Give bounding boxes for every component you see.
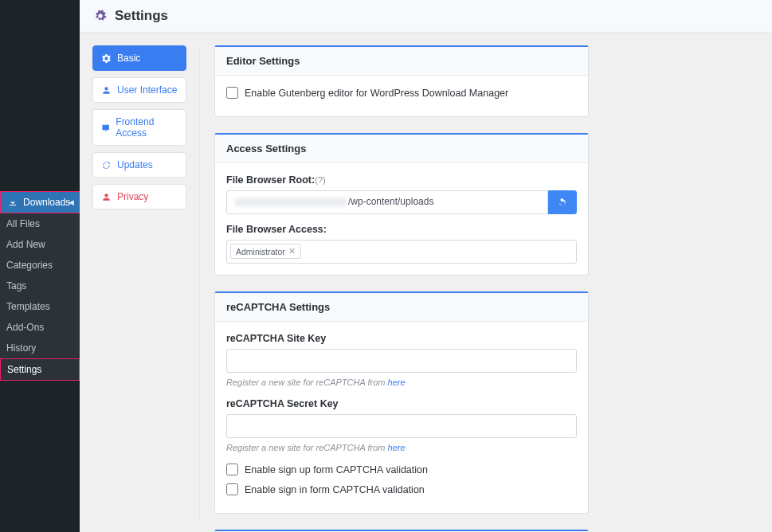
refresh-button[interactable]: [548, 190, 577, 214]
sidebar-spacer: [0, 0, 80, 191]
recaptcha-settings-panel: reCAPTCHA Settings reCAPTCHA Site Key Re…: [214, 291, 589, 514]
recaptcha-secret-key-label: reCAPTCHA Secret Key: [226, 398, 577, 409]
download-icon: [7, 197, 18, 208]
access-settings-panel: Access Settings File Browser Root:(?) /w…: [214, 133, 589, 276]
file-browser-root-input[interactable]: /wp-content/uploads: [226, 190, 548, 214]
settings-tabs: Basic User Interface Frontend Access Upd…: [92, 45, 200, 519]
page-title: Settings: [115, 8, 168, 24]
main-content: Settings Basic User Interface Frontend A…: [80, 0, 772, 532]
admin-sidebar: Downloads ◀ All Files Add New Categories…: [0, 0, 80, 532]
tab-frontend-access[interactable]: Frontend Access: [92, 109, 186, 146]
chevron-left-icon: ◀: [69, 198, 74, 206]
remove-tag-icon[interactable]: ✕: [288, 246, 296, 256]
sidebar-item-categories[interactable]: Categories: [0, 255, 80, 276]
gear-icon: [94, 10, 107, 22]
panel-heading: Editor Settings: [215, 47, 588, 76]
sidebar-item-all-files[interactable]: All Files: [0, 213, 80, 234]
sidebar-item-settings[interactable]: Settings: [0, 358, 80, 381]
editor-settings-panel: Editor Settings Enable Gutenberg editor …: [214, 45, 589, 117]
tab-privacy[interactable]: Privacy: [92, 184, 186, 209]
help-hint[interactable]: (?): [315, 175, 325, 185]
reload-icon: [557, 197, 568, 208]
checkbox-label: Enable sign in form CAPTCHA validation: [245, 484, 425, 495]
enable-signup-captcha-row[interactable]: Enable sign up form CAPTCHA validation: [226, 464, 577, 475]
tab-label: Basic: [117, 53, 140, 64]
file-browser-root-row: /wp-content/uploads: [226, 190, 577, 214]
enable-signin-captcha-checkbox[interactable]: [226, 483, 238, 495]
recaptcha-secret-key-input[interactable]: [226, 414, 577, 438]
tab-updates[interactable]: Updates: [92, 152, 186, 178]
recaptcha-site-key-label: reCAPTCHA Site Key: [226, 333, 577, 344]
tab-basic[interactable]: Basic: [92, 45, 186, 71]
tab-user-interface[interactable]: User Interface: [92, 77, 186, 103]
tab-label: Frontend Access: [116, 116, 178, 139]
monitor-icon: [101, 123, 110, 133]
settings-panels: Editor Settings Enable Gutenberg editor …: [214, 45, 589, 519]
gear-icon: [101, 53, 112, 64]
checkbox-label: Enable sign up form CAPTCHA validation: [245, 464, 428, 475]
recaptcha-register-link[interactable]: here: [388, 377, 406, 387]
refresh-icon: [101, 160, 112, 170]
sidebar-menu-label: Downloads: [23, 197, 70, 208]
sidebar-item-tags[interactable]: Tags: [0, 276, 80, 296]
sidebar-item-add-new[interactable]: Add New: [0, 234, 80, 255]
recaptcha-secret-key-helper: Register a new site for reCAPTCHA from h…: [226, 443, 577, 452]
recaptcha-site-key-input[interactable]: [226, 349, 577, 373]
enable-signup-captcha-checkbox[interactable]: [226, 464, 238, 475]
enable-signin-captcha-row[interactable]: Enable sign in form CAPTCHA validation: [226, 483, 577, 495]
file-browser-root-value: /wp-content/uploads: [348, 196, 433, 207]
sidebar-item-templates[interactable]: Templates: [0, 296, 80, 317]
tab-label: Privacy: [117, 191, 148, 202]
file-browser-access-label: File Browser Access:: [226, 224, 577, 235]
redacted-path-prefix: [235, 198, 347, 206]
sidebar-item-history[interactable]: History: [0, 338, 80, 358]
role-tag-administrator: Administrator ✕: [230, 244, 301, 259]
checkbox-label: Enable Gutenberg editor for WordPress Do…: [245, 88, 508, 99]
file-browser-access-input[interactable]: Administrator ✕: [226, 240, 577, 264]
user-interface-icon: [101, 85, 112, 96]
panel-heading: reCAPTCHA Settings: [215, 293, 588, 322]
file-browser-root-label: File Browser Root:(?): [226, 174, 577, 186]
sidebar-submenu: All Files Add New Categories Tags Templa…: [0, 213, 80, 381]
enable-gutenberg-checkbox[interactable]: [226, 87, 238, 99]
page-header: Settings: [80, 0, 772, 33]
tab-label: Updates: [117, 159, 153, 170]
role-tag-label: Administrator: [236, 247, 285, 256]
recaptcha-register-link[interactable]: here: [388, 443, 406, 452]
tab-label: User Interface: [117, 84, 177, 96]
user-icon: [101, 192, 112, 202]
sidebar-menu-downloads[interactable]: Downloads ◀: [0, 191, 80, 213]
enable-gutenberg-checkbox-row[interactable]: Enable Gutenberg editor for WordPress Do…: [226, 87, 577, 99]
recaptcha-site-key-helper: Register a new site for reCAPTCHA from h…: [226, 377, 577, 387]
settings-content: Basic User Interface Frontend Access Upd…: [80, 33, 772, 532]
panel-heading: Access Settings: [215, 135, 588, 163]
sidebar-item-add-ons[interactable]: Add-Ons: [0, 317, 80, 338]
